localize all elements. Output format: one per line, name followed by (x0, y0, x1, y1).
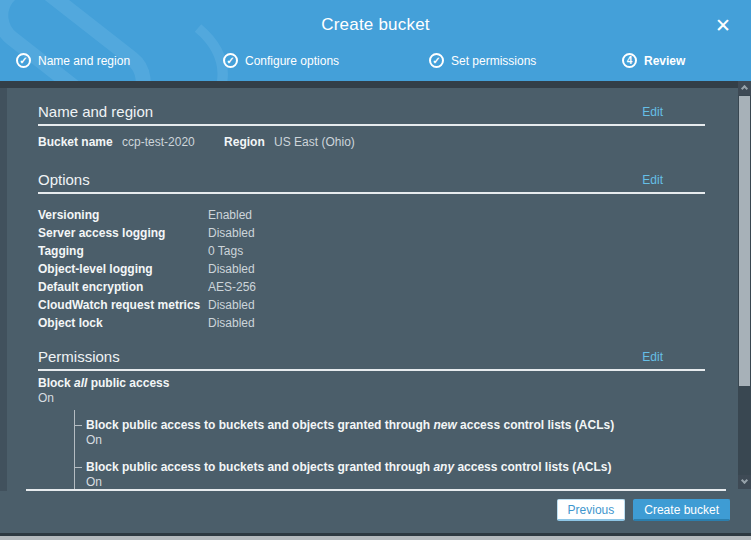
region-label: Region (224, 135, 265, 149)
option-value: Disabled (208, 260, 255, 278)
create-bucket-dialog: Create bucket ✕ ✓ Name and region ✓ Conf… (0, 0, 751, 540)
option-row-versioning: Versioning Enabled (38, 206, 751, 224)
block-any-acls-item: Block public access to buckets and objec… (74, 461, 751, 489)
option-label: Default encryption (38, 278, 208, 296)
step-label: Set permissions (451, 54, 536, 68)
page-title: Create bucket (0, 15, 751, 35)
step-label: Configure options (245, 54, 339, 68)
option-label: Versioning (38, 206, 208, 224)
chevron-up-icon (741, 85, 748, 92)
option-row-tagging: Tagging 0 Tags (38, 242, 751, 260)
option-value: Disabled (208, 314, 255, 332)
vertical-scrollbar[interactable] (738, 81, 751, 489)
permissions-section-header: Permissions Edit (38, 348, 705, 371)
option-value: AES-256 (208, 278, 256, 296)
permission-title: Block public access to buckets and objec… (86, 419, 751, 432)
option-label: Object lock (38, 314, 208, 332)
scroll-down-button[interactable] (738, 475, 751, 489)
option-row-object-lock: Object lock Disabled (38, 314, 751, 332)
step-review[interactable]: 4 Review (622, 53, 685, 68)
close-icon[interactable]: ✕ (712, 15, 734, 37)
options-section-header: Options Edit (38, 171, 705, 194)
check-icon: ✓ (223, 53, 238, 68)
edit-name-region-link[interactable]: Edit (642, 105, 663, 119)
dialog-footer: Previous Create bucket (0, 491, 751, 533)
block-new-acls-item: Block public access to buckets and objec… (74, 419, 751, 447)
scroll-up-button[interactable] (738, 81, 751, 95)
section-title: Permissions (38, 348, 120, 365)
permission-value: On (86, 434, 751, 447)
bucket-name-label: Bucket name (38, 135, 113, 149)
edit-permissions-link[interactable]: Edit (642, 350, 663, 364)
permission-value: On (86, 476, 751, 489)
previous-button[interactable]: Previous (557, 499, 626, 521)
options-rows: Versioning Enabled Server access logging… (38, 206, 751, 332)
name-region-values: Bucket name ccp-test-2020 Region US East… (38, 135, 751, 149)
option-row-default-encryption: Default encryption AES-256 (38, 278, 751, 296)
option-row-cloudwatch-request-metrics: CloudWatch request metrics Disabled (38, 296, 751, 314)
edit-options-link[interactable]: Edit (642, 173, 663, 187)
option-row-object-level-logging: Object-level logging Disabled (38, 260, 751, 278)
block-all-public-access-item: Block all public access On Block public … (38, 377, 751, 491)
chevron-down-icon (741, 477, 748, 484)
section-title: Name and region (38, 103, 153, 120)
check-icon: ✓ (429, 53, 444, 68)
option-row-server-access-logging: Server access logging Disabled (38, 224, 751, 242)
step-number-icon: 4 (622, 53, 637, 68)
bottom-light-edge (0, 536, 751, 540)
permission-title: Block public access to buckets and objec… (86, 461, 751, 474)
option-label: CloudWatch request metrics (38, 296, 208, 314)
step-label: Name and region (38, 54, 130, 68)
create-bucket-button[interactable]: Create bucket (633, 499, 730, 521)
permission-subtree: Block public access to buckets and objec… (74, 419, 751, 491)
step-name-and-region[interactable]: ✓ Name and region (16, 53, 130, 68)
option-value: Enabled (208, 206, 252, 224)
section-title: Options (38, 171, 90, 188)
option-value: 0 Tags (208, 242, 243, 260)
option-label: Server access logging (38, 224, 208, 242)
dialog-header: Create bucket ✕ ✓ Name and region ✓ Conf… (0, 0, 751, 81)
option-value: Disabled (208, 224, 255, 242)
bucket-name-value: ccp-test-2020 (122, 135, 195, 149)
bucket-name-field: Bucket name ccp-test-2020 (38, 135, 198, 149)
permission-value: On (38, 392, 751, 405)
bucket-watermark-icon (0, 0, 280, 81)
permission-title: Block all public access (38, 377, 751, 390)
step-configure-options[interactable]: ✓ Configure options (223, 53, 339, 68)
header-shadow (0, 81, 751, 88)
option-label: Tagging (38, 242, 208, 260)
step-set-permissions[interactable]: ✓ Set permissions (429, 53, 536, 68)
name-region-section-header: Name and region Edit (38, 103, 705, 126)
scrollbar-thumb[interactable] (739, 96, 750, 386)
option-label: Object-level logging (38, 260, 208, 278)
region-value: US East (Ohio) (274, 135, 355, 149)
check-icon: ✓ (16, 53, 31, 68)
region-field: Region US East (Ohio) (224, 135, 355, 149)
review-content: Name and region Edit Bucket name ccp-tes… (0, 88, 751, 491)
option-value: Disabled (208, 296, 255, 314)
step-label: Review (644, 54, 685, 68)
